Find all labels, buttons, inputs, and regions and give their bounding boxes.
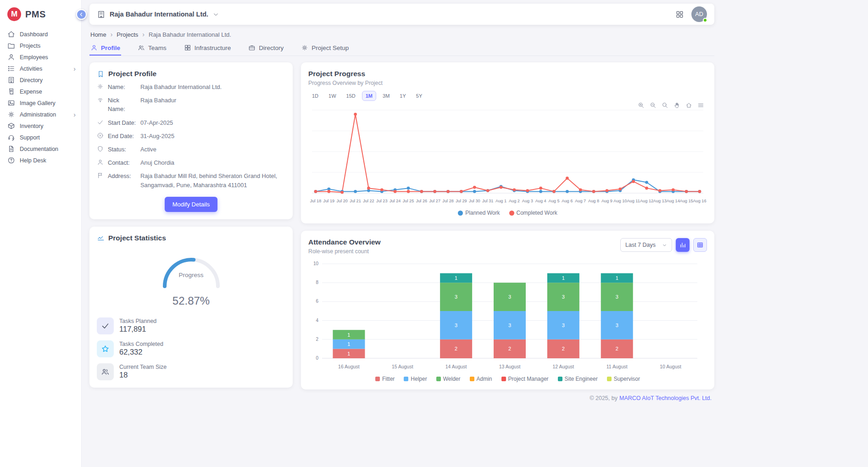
company-selector-label: Raja Bahadur International Ltd. [110, 11, 208, 18]
sidebar-item-help-desk[interactable]: Help Desk [0, 155, 81, 166]
tab-teams[interactable]: Teams [137, 39, 167, 56]
legend-item[interactable]: Helper [404, 376, 427, 382]
modify-details-button[interactable]: Modify Details [165, 197, 218, 212]
users-icon [97, 363, 114, 380]
range-1m[interactable]: 1M [362, 91, 376, 101]
star-icon [97, 340, 114, 357]
attendance-range-select[interactable]: Last 7 Days [620, 238, 672, 252]
chevron-down-icon [662, 243, 667, 248]
legend-item[interactable]: Planned Work [458, 210, 500, 216]
svg-text:Aug 2: Aug 2 [509, 199, 520, 203]
gear-icon [97, 83, 104, 90]
sidebar-item-dashboard[interactable]: Dashboard [0, 28, 81, 40]
bar-view-button[interactable] [676, 238, 690, 252]
stat-tasks-planned: Tasks Planned 117,891 [97, 317, 285, 334]
sidebar-item-directory[interactable]: Directory [0, 74, 81, 86]
sidebar-item-label: Projects [20, 43, 40, 49]
page-footer: © 2025, by MARCO AIoT Technologies Pvt. … [89, 389, 714, 409]
chart-toolbar [638, 102, 704, 109]
sidebar-item-activities[interactable]: Activities › [0, 63, 81, 74]
range-5y[interactable]: 5Y [412, 91, 426, 101]
range-1w[interactable]: 1W [325, 91, 340, 101]
tab-infrastructure[interactable]: Infrastructure [183, 39, 232, 56]
legend-item[interactable]: Completed Work [509, 210, 557, 216]
tab-profile[interactable]: Profile [89, 39, 121, 56]
sidebar-item-inventory[interactable]: Inventory [0, 120, 81, 132]
wifi-icon [97, 96, 104, 103]
svg-text:Aug 13: Aug 13 [653, 199, 667, 203]
selection-zoom-icon[interactable] [662, 102, 668, 109]
svg-text:1: 1 [455, 275, 457, 281]
card-subtitle: Role-wise present count [308, 248, 381, 255]
grid-icon [184, 44, 191, 51]
legend-item[interactable]: Supervisor [607, 376, 640, 382]
legend-item[interactable]: Site Engineer [558, 376, 598, 382]
legend-label: Helper [411, 376, 427, 382]
sidebar-collapse-button[interactable] [76, 9, 87, 20]
user-avatar[interactable]: AD [691, 6, 707, 22]
legend-item[interactable]: Fitter [375, 376, 395, 382]
sidebar-item-expense[interactable]: Expense [0, 86, 81, 97]
svg-text:10: 10 [313, 261, 319, 266]
select-value: Last 7 Days [625, 242, 656, 248]
legend-label: Completed Work [517, 210, 557, 216]
tab-project-setup[interactable]: Project Setup [300, 39, 350, 56]
legend-item[interactable]: Welder [436, 376, 461, 382]
range-1y[interactable]: 1Y [396, 91, 409, 101]
gear-icon [301, 44, 308, 51]
svg-text:2: 2 [508, 346, 511, 351]
app-logo[interactable]: M PMS [0, 6, 81, 28]
legend-item[interactable]: Admin [470, 376, 492, 382]
menu-icon[interactable] [697, 102, 704, 109]
card-title: Attendance Overview [308, 238, 381, 246]
range-1d[interactable]: 1D [308, 91, 322, 101]
sidebar-item-image-gallery[interactable]: Image Gallery [0, 97, 81, 109]
zoom-in-icon[interactable] [638, 102, 645, 109]
range-3m[interactable]: 3M [379, 91, 393, 101]
svg-text:Jul 30: Jul 30 [469, 199, 480, 203]
svg-text:Jul 31: Jul 31 [482, 199, 494, 203]
stat-team-size: Current Team Size 18 [97, 363, 285, 380]
list-icon [7, 65, 15, 72]
sidebar-item-documentation[interactable]: Documentation [0, 143, 81, 155]
sidebar-item-projects[interactable]: Projects [0, 40, 81, 51]
svg-text:Jul 25: Jul 25 [403, 199, 414, 203]
image-icon [7, 99, 15, 107]
attendance-bar-chart[interactable]: 024681011116 August15 August233114 Augus… [308, 257, 703, 372]
company-link[interactable]: MARCO AIoT Technologies Pvt. Ltd. [619, 395, 712, 401]
sidebar-item-administration[interactable]: Administration › [0, 109, 81, 120]
progress-line-chart[interactable]: Jul 18Jul 19Jul 20Jul 21Jul 22Jul 23Jul … [308, 103, 707, 206]
building-icon [7, 76, 15, 84]
apps-grid-button[interactable] [675, 10, 684, 19]
chevron-right-icon: › [111, 31, 113, 38]
svg-text:Aug 8: Aug 8 [588, 199, 599, 203]
legend-item[interactable]: Project Manager [501, 376, 549, 382]
range-15d[interactable]: 15D [343, 91, 359, 101]
copyright-text: © 2025, by [590, 395, 618, 401]
svg-text:13 August: 13 August [499, 364, 521, 369]
card-title: Project Progress [308, 70, 365, 78]
home-reset-icon[interactable] [685, 102, 692, 109]
svg-text:2: 2 [562, 346, 565, 351]
sidebar-item-label: Expense [20, 89, 42, 95]
breadcrumb-projects[interactable]: Projects [117, 31, 138, 38]
sidebar-item-employees[interactable]: Employees [0, 51, 81, 63]
sidebar-item-support[interactable]: Support [0, 132, 81, 143]
tab-label: Teams [148, 44, 167, 51]
table-view-button[interactable] [693, 238, 707, 252]
tab-directory[interactable]: Directory [247, 39, 284, 56]
legend-label: Welder [443, 376, 461, 382]
svg-text:3: 3 [562, 322, 565, 328]
sidebar-item-label: Directory [20, 77, 43, 83]
headset-icon [7, 133, 15, 141]
legend-marker [558, 377, 562, 381]
breadcrumb-home[interactable]: Home [90, 31, 106, 38]
card-title: Project Statistics [108, 234, 166, 242]
pan-icon[interactable] [673, 102, 680, 109]
company-selector[interactable] [212, 11, 219, 18]
apps-grid-icon [675, 10, 684, 19]
chevron-left-icon [78, 11, 84, 17]
online-status-dot [703, 18, 707, 22]
zoom-out-icon[interactable] [650, 102, 657, 109]
svg-text:Jul 19: Jul 19 [323, 199, 335, 203]
